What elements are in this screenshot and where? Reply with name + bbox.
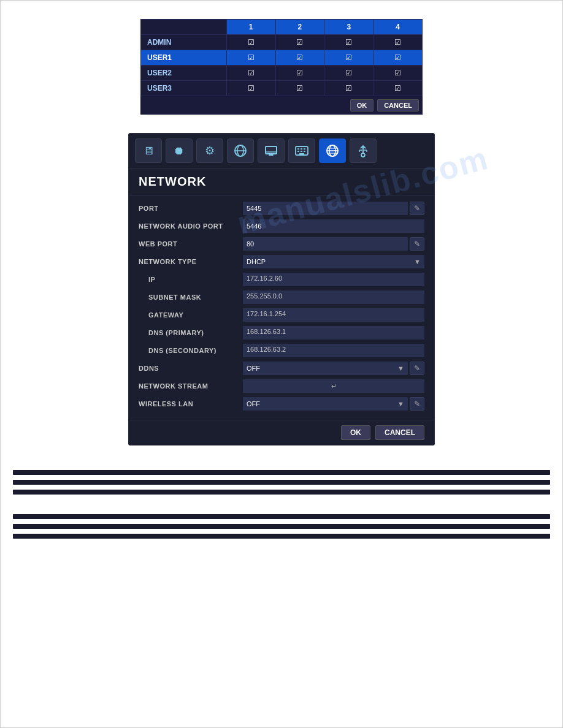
- network-audio-port-input[interactable]: [243, 219, 424, 233]
- ddns-dropdown-icon: ▼: [397, 365, 404, 372]
- network-stream-row: NETWORK STREAM ↵: [139, 378, 424, 394]
- table-row-user3: USER3 ☑ ☑ ☑ ☑: [141, 81, 423, 96]
- user1-ch1[interactable]: ☑: [226, 50, 275, 66]
- usb-icon[interactable]: [350, 138, 377, 163]
- wireless-lan-dropdown-icon: ▼: [397, 400, 404, 408]
- user3-ch4[interactable]: ☑: [373, 81, 423, 96]
- dns-primary-label: DNS (PRIMARY): [139, 329, 243, 336]
- port-input[interactable]: [243, 202, 408, 215]
- monitor-icon[interactable]: 🖥: [135, 138, 162, 163]
- dns-secondary-label: DNS (SECONDARY): [139, 347, 243, 354]
- user-access-table: 1 2 3 4 ADMIN ☑ ☑ ☑ ☑ USER1: [140, 19, 423, 96]
- user3-ch2[interactable]: ☑: [275, 81, 324, 96]
- network-form-footer: OK CANCEL: [129, 420, 434, 445]
- row-label-user3: USER3: [141, 81, 227, 96]
- network-type-text: DHCP: [247, 258, 266, 265]
- web-port-label: WEB PORT: [139, 240, 243, 248]
- title-divider: [129, 195, 434, 195]
- svg-rect-9: [304, 148, 305, 150]
- user2-ch2[interactable]: ☑: [275, 66, 324, 81]
- gear-icon[interactable]: ⚙: [196, 138, 223, 163]
- dns-secondary-value: 168.126.63.2: [243, 344, 424, 357]
- network-stream-value[interactable]: ↵: [243, 379, 424, 393]
- network-audio-port-row: NETWORK AUDIO PORT: [139, 218, 424, 234]
- admin-ch4[interactable]: ☑: [373, 35, 423, 50]
- dns-secondary-row: DNS (SECONDARY) 168.126.63.2: [139, 343, 424, 358]
- svg-rect-11: [301, 151, 302, 152]
- row-label-user1: USER1: [141, 50, 227, 66]
- gateway-row: GATEWAY 172.16.1.254: [139, 307, 424, 323]
- admin-ch3[interactable]: ☑: [324, 35, 373, 50]
- wireless-lan-label: WIRELESS LAN: [139, 400, 243, 408]
- table-row-admin: ADMIN ☑ ☑ ☑ ☑: [141, 35, 423, 50]
- subnet-mask-value: 255.255.0.0: [243, 290, 424, 304]
- port-label: PORT: [139, 205, 243, 212]
- globe-outline-icon[interactable]: [227, 138, 254, 163]
- bottom-line-2: [13, 480, 550, 485]
- page-container: 1 2 3 4 ADMIN ☑ ☑ ☑ ☑ USER1: [0, 0, 563, 728]
- gateway-label: GATEWAY: [139, 311, 243, 319]
- svg-rect-4: [269, 154, 274, 156]
- bottom-line-3: [13, 490, 550, 495]
- svg-rect-10: [297, 151, 299, 152]
- table-header-col2: 2: [275, 20, 324, 35]
- user2-ch4[interactable]: ☑: [373, 66, 423, 81]
- web-port-input[interactable]: [243, 237, 408, 251]
- disc-icon[interactable]: ⏺: [166, 138, 193, 163]
- network-audio-port-label: NETWORK AUDIO PORT: [139, 222, 243, 230]
- svg-rect-12: [304, 151, 305, 152]
- row-label-admin: ADMIN: [141, 35, 227, 50]
- network-ok-button[interactable]: OK: [341, 425, 370, 440]
- svg-rect-13: [299, 153, 304, 154]
- bottom-line-5: [13, 524, 550, 529]
- user2-ch1[interactable]: ☑: [226, 66, 275, 81]
- wireless-lan-row: WIRELESS LAN OFF ▼ ✎: [139, 396, 424, 412]
- dns-primary-value: 168.126.63.1: [243, 326, 424, 339]
- subnet-mask-label: SUBNET MASK: [139, 294, 243, 301]
- row-label-user2: USER2: [141, 66, 227, 81]
- bottom-line-6: [13, 534, 550, 539]
- table-row-user2: USER2 ☑ ☑ ☑ ☑: [141, 66, 423, 81]
- top-table-footer: OK CANCEL: [140, 96, 423, 115]
- web-port-edit-icon[interactable]: ✎: [410, 237, 424, 251]
- svg-rect-3: [266, 146, 277, 154]
- network-globe-icon[interactable]: [319, 138, 346, 163]
- table-header-col1: 1: [226, 20, 275, 35]
- top-ok-button[interactable]: OK: [350, 99, 374, 112]
- ddns-text: OFF: [247, 365, 260, 372]
- wireless-lan-edit-icon[interactable]: ✎: [410, 397, 424, 411]
- keyboard-icon[interactable]: [288, 138, 315, 163]
- user3-ch1[interactable]: ☑: [226, 81, 275, 96]
- table-header-col4: 4: [373, 20, 423, 35]
- wireless-lan-value[interactable]: OFF ▼: [243, 397, 408, 411]
- user3-ch3[interactable]: ☑: [324, 81, 373, 96]
- port-edit-icon[interactable]: ✎: [410, 202, 424, 215]
- top-cancel-button[interactable]: CANCEL: [377, 99, 419, 112]
- wireless-lan-text: OFF: [247, 400, 260, 408]
- ddns-edit-icon[interactable]: ✎: [410, 362, 424, 375]
- network-stream-label: NETWORK STREAM: [139, 382, 243, 390]
- display-icon[interactable]: [258, 138, 285, 163]
- ip-label: IP: [139, 276, 243, 283]
- ddns-value[interactable]: OFF ▼: [243, 362, 408, 375]
- network-title: NETWORK: [129, 169, 434, 192]
- top-table-section: 1 2 3 4 ADMIN ☑ ☑ ☑ ☑ USER1: [13, 19, 550, 115]
- dns-primary-row: DNS (PRIMARY) 168.126.63.1: [139, 325, 424, 341]
- table-row-user1: USER1 ☑ ☑ ☑ ☑: [141, 50, 423, 66]
- user1-ch3[interactable]: ☑: [324, 50, 373, 66]
- network-stream-enter-icon: ↵: [331, 382, 337, 390]
- user1-ch2[interactable]: ☑: [275, 50, 324, 66]
- bottom-line-1: [13, 470, 550, 475]
- table-header-col3: 3: [324, 20, 373, 35]
- admin-ch1[interactable]: ☑: [226, 35, 275, 50]
- web-port-row: WEB PORT ✎: [139, 236, 424, 252]
- admin-ch2[interactable]: ☑: [275, 35, 324, 50]
- network-type-row: NETWORK TYPE DHCP ▼: [139, 254, 424, 270]
- user1-ch4[interactable]: ☑: [373, 50, 423, 66]
- svg-rect-7: [297, 148, 299, 150]
- gateway-value: 172.16.1.254: [243, 308, 424, 322]
- network-type-value[interactable]: DHCP ▼: [243, 255, 424, 268]
- user2-ch3[interactable]: ☑: [324, 66, 373, 81]
- network-form: PORT ✎ NETWORK AUDIO PORT WEB PORT ✎ NET…: [129, 198, 434, 420]
- network-cancel-button[interactable]: CANCEL: [375, 425, 424, 440]
